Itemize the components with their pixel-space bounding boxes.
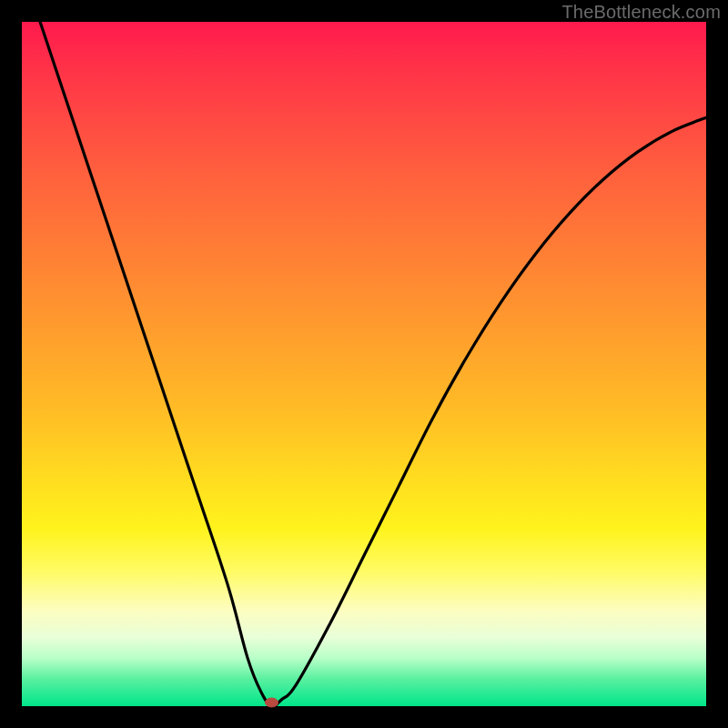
chart-svg [22, 22, 706, 706]
watermark-text: TheBottleneck.com [561, 2, 721, 23]
bottleneck-curve [22, 0, 706, 706]
min-dot [265, 698, 278, 707]
chart-frame: TheBottleneck.com [0, 0, 728, 728]
plot-area [22, 22, 706, 706]
